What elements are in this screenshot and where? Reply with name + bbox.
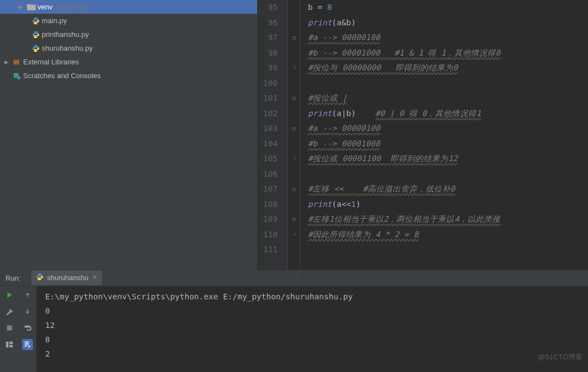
console-line: 0 (45, 304, 588, 318)
svg-rect-15 (6, 342, 8, 348)
line-number: 98 (263, 46, 277, 61)
tree-label: shuruhanshu.py (42, 44, 93, 52)
svg-point-12 (39, 274, 39, 275)
line-number: 96 (263, 15, 277, 31)
fold-marker[interactable]: ⊟ (290, 121, 298, 136)
line-number: 101 (263, 91, 277, 106)
fold-marker[interactable]: └ (290, 61, 298, 76)
run-toolbar-left (0, 286, 18, 372)
svg-point-5 (36, 50, 37, 51)
code-line[interactable]: b = 8 (308, 0, 588, 15)
svg-rect-9 (18, 59, 19, 64)
fold-marker (290, 0, 298, 15)
svg-point-0 (35, 18, 35, 19)
folder-icon (26, 2, 36, 12)
code-line[interactable]: #按位或 | (308, 91, 588, 106)
tree-item-file[interactable]: printhanshu.py (0, 28, 257, 41)
rerun-button[interactable] (4, 289, 15, 300)
line-number: 111 (263, 242, 277, 258)
layout-button[interactable] (4, 339, 15, 350)
indent-guide (300, 0, 301, 270)
soft-wrap-icon[interactable] (22, 322, 33, 333)
watermark: @51CTO博客 (538, 352, 582, 362)
code-line[interactable]: #a --> 00000100 (308, 121, 588, 136)
fold-marker[interactable]: ⊟ (290, 212, 298, 227)
console-output[interactable]: E:\my_python\venv\Scripts\python.exe E:/… (36, 286, 588, 372)
tree-label: printhanshu.py (42, 30, 89, 39)
code-line[interactable]: print(a|b) #0 | 0 得 0，其他情况得1 (308, 106, 588, 122)
run-header: Run: shuruhanshu ✕ ⋮⋮ (0, 270, 588, 286)
run-tab[interactable]: shuruhanshu ✕ (31, 270, 101, 286)
fold-marker[interactable]: ⊟ (290, 91, 298, 106)
code-line[interactable]: #左移1位相当于乘以2，两位相当于乘以4，以此类推 (308, 212, 588, 227)
project-sidebar: ▶ venv library root main.pyprinthanshu.p… (0, 0, 258, 270)
tree-item-venv[interactable]: ▶ venv library root (0, 0, 257, 14)
tree-item-file[interactable]: shuruhanshu.py (0, 41, 257, 55)
svg-point-4 (35, 46, 35, 46)
svg-point-2 (35, 32, 35, 32)
svg-rect-7 (15, 59, 17, 64)
line-number: 106 (263, 167, 277, 182)
tree-label: venv (37, 3, 52, 11)
line-number: 109 (263, 212, 277, 227)
fold-marker (290, 76, 298, 91)
svg-rect-6 (14, 59, 15, 64)
fold-marker[interactable]: └ (290, 227, 298, 243)
svg-rect-8 (17, 59, 18, 64)
code-line[interactable]: #左移 << #高位溢出舍弃，低位补0 (308, 182, 588, 197)
svg-rect-14 (7, 326, 12, 331)
line-number: 105 (263, 151, 277, 167)
tree-hint: library root (56, 3, 87, 11)
python-icon (36, 273, 43, 282)
code-area[interactable]: ⊟└⊟⊟└⊟⊟└ b = 8print(a&b)#a --> 00000100#… (288, 0, 588, 270)
code-line[interactable]: print(a<<1) (308, 197, 588, 212)
svg-point-3 (36, 36, 37, 37)
main-area: ▶ venv library root main.pyprinthanshu.p… (0, 0, 588, 270)
run-tab-label: shuruhanshu (47, 273, 88, 282)
fold-marker (290, 167, 298, 182)
fold-marker (290, 136, 298, 152)
fold-marker (290, 46, 298, 61)
split-grip[interactable]: ⋮⋮ (287, 275, 301, 282)
code-line[interactable] (308, 76, 588, 91)
console-line: 8 (45, 332, 588, 347)
tree-label: External Libraries (23, 58, 79, 66)
run-body: E:\my_python\venv\Scripts\python.exe E:/… (0, 286, 588, 372)
code-line[interactable]: #因此所得结果为 4 * 2 = 8 (308, 227, 588, 243)
line-number: 110 (263, 227, 277, 243)
fold-marker[interactable]: ⊟ (290, 30, 298, 46)
line-number: 99 (263, 61, 277, 76)
tree-item-file[interactable]: main.py (0, 14, 257, 28)
console-line: 2 (45, 347, 588, 361)
code-line[interactable]: print(a&b) (308, 15, 588, 31)
close-icon[interactable]: ✕ (92, 273, 97, 281)
line-gutter: 9596979899100101102103104105106107108109… (258, 0, 288, 270)
tree-item-external[interactable]: ▶ External Libraries (0, 55, 257, 69)
svg-point-1 (36, 23, 37, 23)
code-editor[interactable]: 9596979899100101102103104105106107108109… (258, 0, 588, 270)
fold-marker[interactable]: └ (290, 151, 298, 167)
library-icon (12, 58, 22, 66)
code-line[interactable]: #按位或 00001100 即得到的结果为12 (308, 151, 588, 167)
scroll-end-icon[interactable] (22, 339, 33, 350)
stop-button[interactable] (4, 322, 15, 333)
svg-point-11 (17, 76, 20, 79)
svg-rect-17 (9, 345, 13, 347)
line-number: 102 (263, 106, 277, 122)
down-arrow-icon[interactable] (22, 306, 33, 317)
python-icon (31, 17, 41, 25)
wrench-icon[interactable] (4, 306, 15, 317)
code-line[interactable] (308, 242, 588, 258)
code-line[interactable]: #b --> 00001000 #1 & 1 得 1，其他情况得0 (308, 46, 588, 61)
line-number: 107 (263, 182, 277, 197)
tree-item-scratches[interactable]: Scratches and Consoles (0, 69, 257, 83)
fold-marker[interactable]: ⊟ (290, 182, 298, 197)
code-line[interactable] (308, 167, 588, 182)
code-line[interactable]: #按位与 00000000 即得到的结果为0 (308, 61, 588, 76)
up-arrow-icon[interactable] (22, 289, 33, 300)
line-number: 103 (263, 121, 277, 136)
python-icon (31, 45, 41, 52)
chevron-right-icon: ▶ (19, 4, 26, 10)
code-line[interactable]: #b --> 00001000 (308, 136, 588, 152)
code-line[interactable]: #a --> 00000100 (308, 30, 588, 46)
